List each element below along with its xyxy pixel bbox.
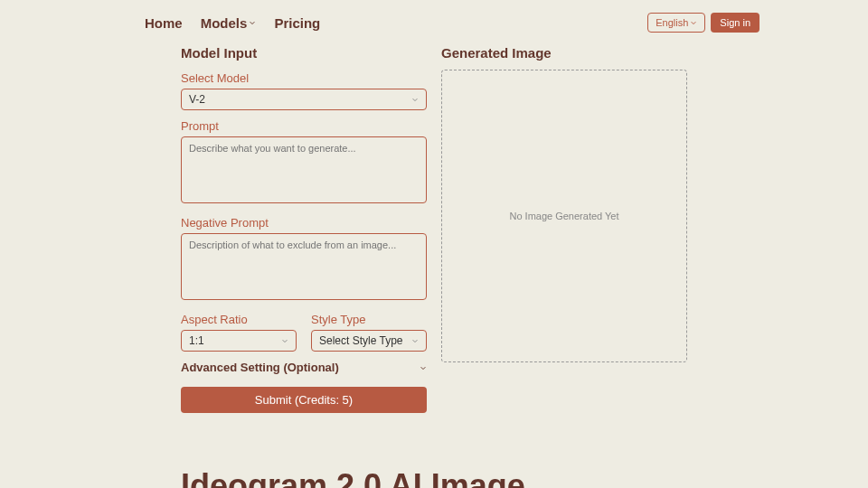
style-type-value: Select Style Type xyxy=(319,334,403,347)
submit-button[interactable]: Submit (Credits: 5) xyxy=(181,387,427,413)
chevron-down-icon xyxy=(690,19,697,26)
advanced-setting-label: Advanced Setting (Optional) xyxy=(181,361,339,374)
negative-prompt-label: Negative Prompt xyxy=(181,216,427,230)
generated-image-title: Generated Image xyxy=(441,45,687,61)
language-label: English xyxy=(656,17,688,28)
generated-image-placeholder: No Image Generated Yet xyxy=(441,70,687,362)
chevron-down-icon xyxy=(411,337,419,344)
advanced-setting-toggle[interactable]: Advanced Setting (Optional) xyxy=(181,361,427,374)
no-image-text: No Image Generated Yet xyxy=(509,211,618,221)
nav-models[interactable]: Models xyxy=(201,15,257,31)
select-model-dropdown[interactable]: V-2 xyxy=(181,89,427,110)
nav-models-label: Models xyxy=(201,15,248,31)
chevron-down-icon xyxy=(420,364,427,371)
style-type-label: Style Type xyxy=(311,313,427,326)
signin-button[interactable]: Sign in xyxy=(711,13,760,33)
model-input-title: Model Input xyxy=(181,45,427,61)
select-model-value: V-2 xyxy=(189,93,205,106)
aspect-ratio-label: Aspect Ratio xyxy=(181,313,297,326)
chevron-down-icon xyxy=(411,96,419,103)
hero-title: Ideogram 2.0 AI Image Generator xyxy=(0,413,542,488)
chevron-down-icon xyxy=(249,19,256,26)
negative-prompt-input[interactable] xyxy=(181,233,427,300)
select-model-label: Select Model xyxy=(181,71,427,85)
nav-home[interactable]: Home xyxy=(145,15,183,31)
chevron-down-icon xyxy=(281,337,288,344)
style-type-dropdown[interactable]: Select Style Type xyxy=(311,330,427,352)
aspect-ratio-dropdown[interactable]: 1:1 xyxy=(181,330,297,352)
nav-pricing[interactable]: Pricing xyxy=(274,15,320,31)
prompt-input[interactable] xyxy=(181,136,427,203)
language-button[interactable]: English xyxy=(647,13,705,33)
aspect-ratio-value: 1:1 xyxy=(189,334,204,347)
prompt-label: Prompt xyxy=(181,119,427,133)
